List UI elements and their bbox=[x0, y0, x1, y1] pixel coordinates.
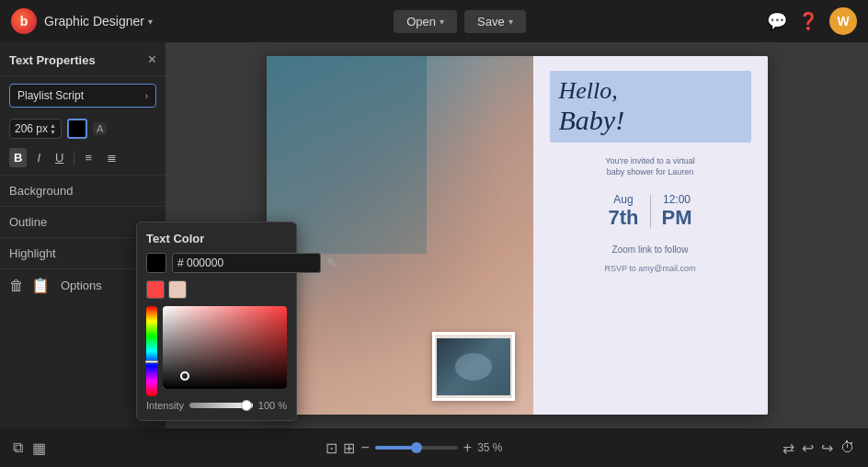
bottom-center: ⊡ ⊞ − + 35 % bbox=[326, 439, 502, 457]
main-area: Text Properties × Playlist Script › 206 … bbox=[0, 42, 868, 428]
color-gradient-area[interactable] bbox=[163, 306, 287, 389]
palette-swatches bbox=[146, 280, 287, 299]
date-time-row: Aug 7th 12:00 PM bbox=[550, 193, 751, 230]
open-chevron: ▾ bbox=[440, 17, 444, 27]
font-selector-row: Playlist Script › bbox=[0, 76, 166, 115]
avatar[interactable]: W bbox=[829, 7, 857, 35]
zoom-slider[interactable] bbox=[375, 446, 458, 450]
format-divider bbox=[74, 151, 74, 165]
font-size-arrows[interactable]: ▲ ▼ bbox=[50, 122, 56, 135]
app-name-chevron[interactable]: ▾ bbox=[148, 17, 153, 27]
panel-close-button[interactable]: × bbox=[148, 51, 156, 68]
time-pm: PM bbox=[662, 206, 692, 230]
save-chevron: ▾ bbox=[508, 17, 513, 27]
panel-title-row: Text Properties × bbox=[0, 42, 166, 76]
layers-icon[interactable]: ⧉ bbox=[13, 439, 23, 456]
bottombar: ⧉ ▦ ⊡ ⊞ − + 35 % ⇄ ↩ ↪ ⏱ bbox=[0, 428, 868, 467]
format-row: B I U ≡ ≣ bbox=[0, 144, 166, 175]
app-logo: b bbox=[11, 8, 37, 34]
hue-bar-cursor bbox=[145, 360, 158, 363]
font-selector[interactable]: Playlist Script › bbox=[9, 84, 156, 108]
align-left-button[interactable]: ≡ bbox=[80, 148, 97, 167]
zoom-link: Zoom link to follow bbox=[550, 245, 751, 255]
zoom-minus-button[interactable]: − bbox=[360, 439, 369, 456]
history-icon[interactable]: ⏱ bbox=[840, 439, 855, 456]
hello-text: Hello, bbox=[559, 78, 742, 105]
intensity-row: Intensity 100 % bbox=[146, 400, 287, 411]
underline-button[interactable]: U bbox=[51, 148, 68, 167]
panel-title: Text Properties bbox=[9, 53, 96, 67]
intensity-label: Intensity bbox=[146, 400, 184, 411]
color-picker-main bbox=[146, 306, 287, 396]
zoom-pct: 35 % bbox=[477, 441, 502, 454]
card-photo bbox=[267, 56, 533, 415]
zoom-slider-thumb bbox=[411, 442, 422, 453]
font-size-input[interactable]: 206 px ▲ ▼ bbox=[9, 119, 62, 139]
card-photo-area bbox=[267, 56, 533, 415]
hello-baby-block: Hello, Baby! bbox=[550, 71, 751, 142]
palette-swatch-peach[interactable] bbox=[168, 280, 187, 299]
app-name: Graphic Designer ▾ bbox=[44, 14, 153, 28]
dashboard-icon[interactable]: ▦ bbox=[32, 439, 46, 457]
copy-icon[interactable]: 📋 bbox=[31, 277, 50, 294]
date-block: Aug 7th bbox=[598, 193, 650, 230]
topbar-center: Open ▾ Save ▾ bbox=[160, 10, 760, 33]
chat-icon[interactable]: 💬 bbox=[767, 11, 787, 31]
topbar: b Graphic Designer ▾ Open ▾ Save ▾ 💬 ❓ W bbox=[0, 0, 868, 42]
help-icon[interactable]: ❓ bbox=[798, 11, 818, 31]
color-hex-row: ✎ bbox=[146, 253, 287, 273]
topbar-right: 💬 ❓ W bbox=[767, 7, 857, 35]
zoom-slider-fill bbox=[375, 446, 413, 450]
card-text-area: Hello, Baby! You're invited to a virtual… bbox=[533, 56, 768, 415]
time-hour: 12:00 bbox=[662, 193, 692, 206]
zoom-plus-button[interactable]: + bbox=[463, 439, 472, 456]
bottom-right: ⇄ ↩ ↪ ⏱ bbox=[782, 439, 855, 457]
date-day: 7th bbox=[609, 206, 639, 230]
color-picker-title: Text Color bbox=[146, 232, 287, 245]
date-month: Aug bbox=[609, 193, 639, 206]
color-swatch[interactable] bbox=[67, 119, 87, 139]
redo-icon[interactable]: ↪ bbox=[821, 439, 833, 457]
hue-bar[interactable] bbox=[146, 306, 157, 396]
open-button[interactable]: Open ▾ bbox=[394, 10, 457, 33]
expand-icon[interactable]: ⊞ bbox=[343, 439, 355, 457]
align-center-button[interactable]: ≣ bbox=[102, 148, 121, 167]
eyedropper-button[interactable]: ✎ bbox=[326, 256, 337, 270]
color-preview-swatch bbox=[146, 253, 166, 273]
time-block: 12:00 PM bbox=[651, 193, 703, 230]
intensity-slider-thumb bbox=[241, 400, 252, 411]
options-label[interactable]: Options bbox=[61, 279, 102, 292]
frame-icon[interactable]: ⊡ bbox=[326, 439, 337, 457]
palette-swatch-red[interactable] bbox=[146, 280, 165, 299]
ultrasound-frame bbox=[432, 332, 515, 401]
ultrasound-inner bbox=[437, 338, 510, 395]
invite-text: You're invited to a virtualbaby shower f… bbox=[550, 155, 751, 178]
save-button[interactable]: Save ▾ bbox=[464, 10, 526, 33]
background-section[interactable]: Background bbox=[0, 175, 166, 206]
bottom-left: ⧉ ▦ bbox=[13, 439, 46, 457]
intensity-pct: 100 % bbox=[258, 400, 287, 411]
color-picker-popup: Text Color ✎ Intensity 100 % bbox=[136, 222, 297, 421]
bold-button[interactable]: B bbox=[9, 148, 27, 167]
ai-label: A bbox=[93, 122, 107, 135]
font-chevron: › bbox=[145, 91, 148, 101]
size-row: 206 px ▲ ▼ A bbox=[0, 115, 166, 144]
gradient-dark bbox=[163, 306, 287, 389]
undo-icon[interactable]: ↩ bbox=[802, 439, 814, 457]
italic-button[interactable]: I bbox=[32, 148, 45, 167]
design-card: Hello, Baby! You're invited to a virtual… bbox=[267, 56, 768, 415]
trash-icon[interactable]: 🗑 bbox=[9, 278, 24, 294]
repeat-icon[interactable]: ⇄ bbox=[782, 439, 794, 457]
ultrasound-blob bbox=[455, 353, 492, 381]
rsvp-text: RSVP to amy@mail.com bbox=[550, 264, 751, 273]
hex-input[interactable] bbox=[172, 253, 321, 273]
baby-text: Baby! bbox=[559, 105, 742, 135]
intensity-slider[interactable] bbox=[189, 403, 253, 408]
